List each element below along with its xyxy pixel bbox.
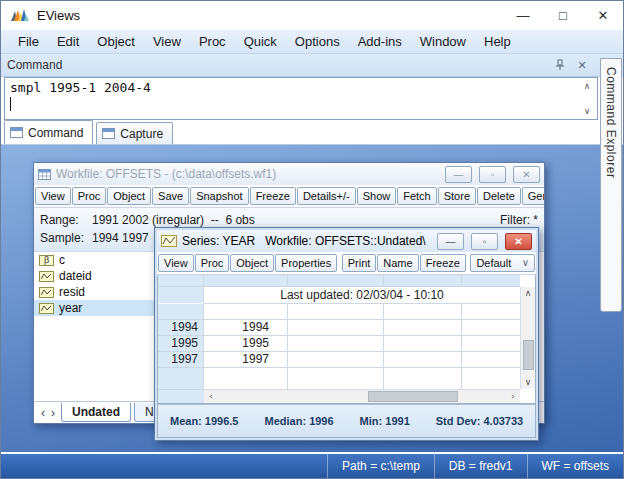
- command-input[interactable]: smpl 1995-1 2004-4 ∧ ∨: [4, 77, 598, 120]
- series-proc-button[interactable]: Proc: [195, 254, 230, 272]
- mdi-workspace: Workfile: OFFSETS - (c:\data\offsets.wf1…: [1, 145, 623, 452]
- command-scrollbar[interactable]: ∧ ∨: [579, 79, 595, 118]
- series-window-icon: [161, 235, 177, 247]
- tab-command[interactable]: Command: [4, 120, 93, 144]
- workfile-freeze-button[interactable]: Freeze: [250, 187, 296, 205]
- stat-value: 4.03733: [483, 415, 523, 427]
- data-cell[interactable]: [384, 336, 462, 352]
- stat-value: 1991: [385, 415, 409, 427]
- workfile-details-button[interactable]: Details+/-: [297, 187, 356, 205]
- workfile-view-button[interactable]: View: [35, 187, 71, 205]
- workfile-restore-button[interactable]: ▫: [479, 166, 506, 183]
- workfile-snapshot-button[interactable]: Snapshot: [190, 187, 248, 205]
- obs-label[interactable]: 1994: [158, 320, 204, 336]
- data-cell[interactable]: [462, 336, 520, 352]
- tab-capture[interactable]: Capture: [96, 122, 173, 144]
- workfile-titlebar[interactable]: Workfile: OFFSETS - (c:\data\offsets.wf1…: [34, 163, 544, 185]
- menu-view[interactable]: View: [144, 30, 190, 53]
- stat-label: Median:: [265, 415, 307, 427]
- data-cell[interactable]: [384, 320, 462, 336]
- horizontal-scroll-thumb[interactable]: [368, 391, 458, 402]
- scroll-left-icon[interactable]: ‹: [204, 390, 218, 403]
- workfile-minimize-button[interactable]: —: [445, 166, 472, 183]
- menu-object[interactable]: Object: [88, 30, 144, 53]
- series-view-selector[interactable]: Default ∨: [470, 254, 535, 272]
- series-titlebar[interactable]: Series: YEAR Workfile: OFFSETS::Undated\…: [157, 230, 536, 252]
- series-object-button[interactable]: Object: [230, 254, 274, 272]
- command-explorer-label: Command Explorer: [604, 67, 618, 311]
- command-pane-title: Command: [7, 58, 551, 72]
- workfile-proc-button[interactable]: Proc: [72, 187, 107, 205]
- command-text: smpl 1995-1 2004-4: [10, 80, 151, 95]
- menu-proc[interactable]: Proc: [190, 30, 235, 53]
- eviews-application-window: EViews — □ ✕ File Edit Object View Proc …: [0, 0, 624, 479]
- workfile-object-button[interactable]: Object: [107, 187, 151, 205]
- data-cell[interactable]: [288, 320, 384, 336]
- series-view-button[interactable]: View: [158, 254, 194, 272]
- pin-icon[interactable]: [551, 57, 569, 73]
- coefficient-icon: β: [39, 255, 54, 266]
- scroll-right-icon[interactable]: ›: [506, 390, 520, 403]
- stat-stddev: Std Dev: 4.03733: [436, 415, 523, 427]
- series-icon: [39, 303, 54, 314]
- series-window[interactable]: Series: YEAR Workfile: OFFSETS::Undated\…: [154, 227, 539, 441]
- stat-label: Min:: [360, 415, 383, 427]
- data-cell[interactable]: [462, 352, 520, 368]
- series-minimize-button[interactable]: —: [437, 233, 464, 250]
- vertical-scroll-thumb[interactable]: [523, 340, 534, 370]
- data-cell[interactable]: 1997: [204, 352, 288, 368]
- horizontal-scrollbar[interactable]: ‹ ›: [204, 389, 520, 403]
- scroll-up-icon[interactable]: ∧: [521, 287, 535, 300]
- series-print-button[interactable]: Print: [342, 254, 377, 272]
- workfile-store-button[interactable]: Store: [438, 187, 476, 205]
- workfile-delete-button[interactable]: Delete: [477, 187, 521, 205]
- series-spreadsheet: Last updated: 02/03/04 - 10:10 1994 1994…: [157, 275, 536, 404]
- obs-label[interactable]: 1995: [158, 336, 204, 352]
- menu-addins[interactable]: Add-ins: [349, 30, 411, 53]
- menu-edit[interactable]: Edit: [48, 30, 88, 53]
- window-minimize-button[interactable]: —: [503, 1, 543, 30]
- vertical-scrollbar[interactable]: ∧ ∨: [520, 287, 535, 389]
- command-pane-close-icon[interactable]: ✕: [573, 57, 591, 73]
- window-maximize-button[interactable]: □: [543, 1, 583, 30]
- sheet-header-row: [158, 275, 520, 287]
- window-close-button[interactable]: ✕: [583, 1, 623, 30]
- workfile-save-button[interactable]: Save: [152, 187, 189, 205]
- view-selector-value: Default: [476, 257, 511, 269]
- page-tab-undated[interactable]: Undated: [61, 403, 131, 422]
- page-nav-right-icon[interactable]: ›: [48, 406, 58, 420]
- status-path: Path = c:\temp: [327, 454, 434, 478]
- scroll-down-icon[interactable]: ∨: [584, 106, 591, 116]
- series-freeze-button[interactable]: Freeze: [420, 254, 466, 272]
- scroll-down-icon[interactable]: ∨: [521, 376, 535, 389]
- command-dock-tabs: Command Capture: [1, 120, 623, 145]
- menu-options[interactable]: Options: [286, 30, 349, 53]
- menu-file[interactable]: File: [9, 30, 48, 53]
- menu-quick[interactable]: Quick: [235, 30, 286, 53]
- series-name-button[interactable]: Name: [377, 254, 418, 272]
- data-cell[interactable]: [384, 352, 462, 368]
- data-cell[interactable]: 1994: [204, 320, 288, 336]
- command-explorer-tab[interactable]: Command Explorer: [600, 58, 622, 312]
- series-properties-button[interactable]: Properties: [275, 254, 337, 272]
- data-cell[interactable]: 1995: [204, 336, 288, 352]
- data-cell[interactable]: [462, 320, 520, 336]
- menu-help[interactable]: Help: [475, 30, 520, 53]
- stat-label: Mean:: [170, 415, 202, 427]
- series-restore-button[interactable]: ▫: [471, 233, 498, 250]
- workfile-icon: [38, 169, 51, 180]
- series-close-button[interactable]: ✕: [505, 233, 532, 250]
- workfile-close-button[interactable]: ✕: [513, 166, 540, 183]
- data-cell[interactable]: [288, 336, 384, 352]
- data-cell[interactable]: [288, 352, 384, 368]
- workfile-genr-button[interactable]: Genr: [522, 187, 544, 205]
- page-nav-left-icon[interactable]: ‹: [38, 406, 48, 420]
- scroll-up-icon[interactable]: ∧: [584, 81, 591, 91]
- workfile-show-button[interactable]: Show: [357, 187, 397, 205]
- obs-label[interactable]: 1997: [158, 352, 204, 368]
- horizontal-scroll-track[interactable]: [218, 390, 506, 403]
- last-updated-row: Last updated: 02/03/04 - 10:10: [158, 287, 520, 304]
- menu-window[interactable]: Window: [411, 30, 475, 53]
- stat-label: Std Dev:: [436, 415, 481, 427]
- workfile-fetch-button[interactable]: Fetch: [397, 187, 437, 205]
